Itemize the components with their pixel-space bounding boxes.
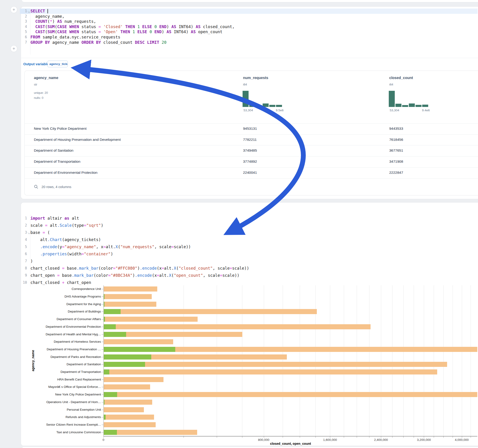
table-cell: 3774892 bbox=[243, 160, 257, 164]
code-text: FROM sample_data.nyc.service_requests bbox=[31, 35, 120, 40]
table-cell: 2222847 bbox=[389, 171, 403, 175]
histogram-min-label: 53,304 bbox=[244, 109, 253, 112]
line-number: 2 bbox=[21, 14, 27, 19]
code-line[interactable]: 7GROUP BY agency_name ORDER BY closed_co… bbox=[21, 40, 478, 45]
code-text: .encode(y="agency_name", x=alt.X("num_re… bbox=[31, 243, 191, 250]
code-text: chart_closed + chart_open bbox=[31, 279, 91, 286]
column-header[interactable]: closed_count bbox=[389, 76, 413, 80]
histogram-bar bbox=[263, 104, 269, 107]
table-footer: 20 rows, 4 columns bbox=[34, 185, 71, 189]
table-cell: Department of Housing Preservation and D… bbox=[34, 137, 121, 142]
line-number: 10 bbox=[21, 279, 27, 286]
search-icon[interactable] bbox=[34, 185, 38, 189]
histogram-bar bbox=[256, 105, 262, 107]
line-number: 1 bbox=[21, 8, 27, 14]
line-number: 6 bbox=[21, 35, 27, 40]
table-row[interactable]: Department of Transportation377489234719… bbox=[25, 156, 478, 167]
code-text: alt.Chart(agency_tickets) bbox=[31, 236, 101, 243]
line-number: 2 bbox=[21, 222, 27, 229]
code-text: CAST(SUM(CASE WHEN status = 'Closed' THE… bbox=[31, 24, 234, 30]
table-row[interactable]: Department of Sanitation37494853677651 bbox=[25, 145, 478, 156]
table-cell: 9453131 bbox=[243, 126, 257, 131]
table-row[interactable]: Department of Environmental Protection22… bbox=[25, 167, 478, 178]
column-stat: nulls: 0 bbox=[34, 96, 43, 100]
code-text: GROUP BY agency_name ORDER BY closed_cou… bbox=[31, 40, 166, 45]
histogram-bar bbox=[402, 105, 408, 107]
code-line[interactable]: 7) bbox=[21, 258, 478, 265]
table-cell: 3749485 bbox=[243, 148, 257, 153]
histogram-bar bbox=[249, 104, 255, 107]
code-line[interactable]: 4 CAST(SUM(CASE WHEN status = 'Closed' T… bbox=[21, 24, 478, 30]
code-line[interactable]: 4 alt.Chart(agency_tickets) bbox=[21, 236, 478, 243]
histogram-max-label: 9.4e6 bbox=[422, 109, 430, 112]
column-stat: unique: 20 bbox=[34, 91, 48, 94]
python-cell: 1import altair as alt2scale = alt.Scale(… bbox=[21, 202, 478, 446]
table-row[interactable]: Department of Housing Preservation and D… bbox=[25, 134, 478, 145]
python-code-editor[interactable]: 1import altair as alt2scale = alt.Scale(… bbox=[21, 215, 478, 286]
cell-divider bbox=[21, 58, 478, 58]
table-cell: 2240041 bbox=[243, 171, 257, 175]
code-line[interactable]: 9chart_open = base.mark_bar(color="#8BC3… bbox=[21, 272, 478, 279]
code-line[interactable]: 5 .encode(y="agency_name", x=alt.X("num_… bbox=[21, 243, 478, 250]
table-cell: Department of Transportation bbox=[34, 160, 81, 164]
table-cell: 7782211 bbox=[243, 137, 257, 142]
code-text: CAST(SUM(CASE WHEN status = 'Open' THEN … bbox=[31, 29, 222, 35]
histogram-bar bbox=[409, 104, 415, 107]
code-line[interactable]: 3 COUNT(*) AS num_requests, bbox=[21, 19, 478, 24]
histogram-bar bbox=[269, 105, 275, 107]
line-number: 8 bbox=[21, 265, 27, 272]
table-cell: Department of Sanitation bbox=[34, 148, 73, 153]
column-histogram bbox=[243, 91, 282, 107]
line-number: 5 bbox=[21, 243, 27, 250]
next-cell-remnant bbox=[22, 447, 478, 448]
row-separator bbox=[25, 178, 478, 179]
add-cell-button-top[interactable]: + bbox=[10, 6, 17, 13]
code-text: chart_open = base.mark_bar(color="#8BC34… bbox=[31, 272, 239, 279]
line-number: 5 bbox=[21, 29, 27, 35]
add-cell-button-between[interactable]: + bbox=[10, 45, 17, 52]
histogram-bar bbox=[243, 91, 249, 107]
code-text: base = ( bbox=[31, 229, 50, 236]
code-text: SELECT bbox=[31, 8, 48, 14]
code-line[interactable]: 6FROM sample_data.nyc.service_requests bbox=[21, 35, 478, 40]
code-text: COUNT(*) AS num_requests, bbox=[31, 19, 96, 24]
notebook-page: { "page": {"background": "#EDEFF2"}, "co… bbox=[0, 0, 478, 448]
output-variable-label: Output variable: bbox=[23, 62, 50, 66]
column-header[interactable]: num_requests bbox=[243, 76, 268, 80]
code-line[interactable]: 1SELECT bbox=[21, 8, 478, 14]
results-table: 20 rows, 4 columns agency_namestrunique:… bbox=[25, 70, 478, 195]
table-cell: 3471908 bbox=[389, 160, 403, 164]
histogram-bar bbox=[396, 104, 402, 107]
table-cell: New York City Police Department bbox=[34, 126, 87, 131]
code-line[interactable]: 10chart_closed + chart_open bbox=[21, 279, 478, 286]
table-cell: Department of Environmental Protection bbox=[34, 171, 98, 175]
code-line[interactable]: 5 CAST(SUM(CASE WHEN status = 'Open' THE… bbox=[21, 29, 478, 35]
sql-code-editor[interactable]: 1SELECT 2 agency_name,3 COUNT(*) AS num_… bbox=[21, 8, 478, 45]
code-line[interactable]: 3base = ( bbox=[21, 229, 478, 236]
code-line[interactable]: 1import altair as alt bbox=[21, 215, 478, 222]
line-number: 1 bbox=[21, 215, 27, 222]
column-histogram bbox=[389, 91, 428, 107]
output-variable-pill[interactable]: agency_tickets bbox=[48, 61, 68, 67]
column-type: str bbox=[34, 83, 37, 86]
code-line[interactable]: 6 .properties(width="container") bbox=[21, 250, 478, 258]
code-line[interactable]: 8chart_closed = base.mark_bar(color="#FF… bbox=[21, 265, 478, 272]
line-number: 3 bbox=[21, 229, 27, 236]
column-header[interactable]: agency_name bbox=[34, 76, 58, 80]
histogram-min-label: 53,304 bbox=[390, 109, 399, 112]
previous-cell-remnant bbox=[22, 0, 478, 2]
output-variable-row: Output variable: agency_tickets bbox=[23, 62, 50, 66]
histogram-bar bbox=[276, 105, 282, 107]
code-line[interactable]: 2scale = alt.Scale(type="sqrt") bbox=[21, 222, 478, 229]
line-number: 3 bbox=[21, 19, 27, 24]
histogram-bar bbox=[422, 105, 428, 107]
table-row[interactable]: New York City Police Department945313194… bbox=[25, 123, 478, 134]
line-number: 7 bbox=[21, 40, 27, 45]
histogram-max-label: 9.5e6 bbox=[276, 109, 284, 112]
histogram-bar bbox=[415, 105, 421, 107]
code-text: ) bbox=[31, 258, 33, 265]
code-text: import altair as alt bbox=[31, 215, 79, 222]
fold-chevron-icon[interactable] bbox=[28, 231, 30, 234]
code-text: .properties(width="container") bbox=[31, 250, 113, 258]
code-line[interactable]: 2 agency_name, bbox=[21, 14, 478, 19]
